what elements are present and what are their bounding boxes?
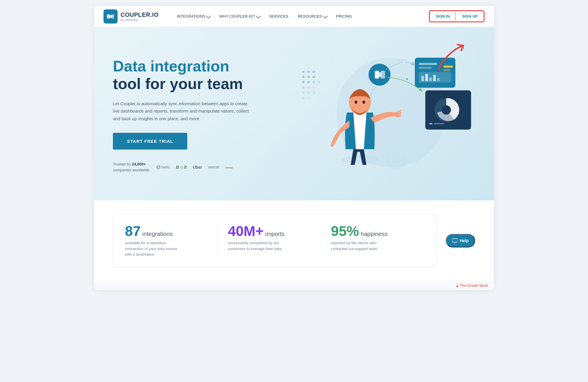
- svg-rect-25: [303, 92, 305, 94]
- stat-desc-integrations: available for a seamless connection of y…: [125, 240, 184, 257]
- svg-rect-17: [313, 76, 315, 78]
- stat-label-happiness: happiness: [359, 231, 388, 237]
- svg-rect-28: [303, 97, 305, 99]
- uber-logo: Uber: [193, 165, 202, 170]
- chevron-down-icon: [323, 14, 328, 19]
- svg-rect-38: [437, 78, 440, 81]
- svg-point-11: [386, 149, 407, 170]
- svg-rect-29: [308, 97, 310, 99]
- help-button[interactable]: Help: [446, 234, 475, 247]
- svg-rect-45: [434, 123, 444, 124]
- nav-why-coupler[interactable]: WHY COUPLER.IO?: [215, 12, 264, 21]
- wework-logo: wework: [208, 165, 219, 169]
- svg-point-6: [158, 167, 158, 168]
- chat-icon: [452, 238, 457, 243]
- nav-links: INTEGRATIONS WHY COUPLER.IO? SERVICES RE…: [173, 12, 429, 21]
- nav-resources[interactable]: RESOURCES: [294, 12, 331, 21]
- stat-desc-happiness: reported by the clients who contacted ou…: [331, 240, 390, 252]
- svg-point-43: [442, 105, 451, 115]
- logo[interactable]: COUPLER.IO by railsware: [103, 9, 158, 24]
- signup-button[interactable]: SIGN UP: [457, 12, 483, 21]
- svg-point-50: [403, 61, 405, 63]
- svg-point-4: [158, 166, 158, 167]
- stat-happiness: 95% happiness reported by the clients wh…: [321, 224, 424, 252]
- svg-rect-24: [313, 86, 315, 88]
- svg-rect-20: [313, 81, 315, 83]
- nav-integrations[interactable]: INTEGRATIONS: [173, 12, 214, 21]
- logo-sub: by railsware: [121, 18, 158, 21]
- svg-point-7: [159, 167, 160, 168]
- svg-rect-36: [429, 78, 432, 81]
- hero-illustration: [287, 45, 475, 186]
- svg-rect-44: [429, 123, 432, 124]
- bolt-logo: Bolt: [176, 165, 187, 170]
- navbar: COUPLER.IO by railsware INTEGRATIONS WHY…: [94, 6, 494, 27]
- svg-point-5: [159, 166, 160, 167]
- svg-rect-18: [303, 81, 305, 83]
- svg-point-52: [342, 156, 378, 164]
- svg-text:AirAsia: AirAsia: [225, 167, 233, 169]
- start-free-trial-button[interactable]: START FREE TRIAL: [113, 133, 187, 150]
- footer-annotation: ▲ The Growth Monk: [94, 281, 494, 290]
- stat-desc-imports: successfully completed by our customers …: [228, 240, 287, 252]
- stat-number-imports: 40M+: [228, 223, 263, 239]
- svg-rect-23: [308, 86, 310, 88]
- growth-monk-label: ▲ The Growth Monk: [456, 284, 488, 288]
- hero-title: Data integration tool for your team: [113, 58, 287, 93]
- stats-section: 87 integrations available for a seamless…: [94, 200, 494, 281]
- svg-point-3: [157, 165, 160, 169]
- company-logos: twilio Bolt Uber wework AirAsia: [156, 163, 233, 171]
- svg-rect-16: [308, 76, 310, 78]
- svg-rect-22: [303, 86, 305, 88]
- airasia-logo: AirAsia: [225, 163, 233, 171]
- svg-rect-27: [313, 92, 315, 94]
- signin-button[interactable]: SIGN IN: [430, 12, 455, 21]
- twilio-logo: twilio: [156, 165, 170, 169]
- stat-integrations: 87 integrations available for a seamless…: [125, 224, 218, 257]
- svg-point-55: [363, 100, 365, 104]
- nav-pricing[interactable]: PRICING: [332, 12, 356, 21]
- svg-rect-2: [109, 15, 112, 18]
- svg-rect-12: [303, 71, 305, 73]
- chevron-down-icon: [256, 14, 261, 19]
- hero-section: Data integration tool for your team Let …: [94, 27, 494, 200]
- stat-number-integrations: 87: [125, 223, 141, 239]
- svg-rect-49: [377, 72, 382, 77]
- svg-rect-13: [308, 71, 310, 73]
- svg-point-51: [406, 78, 408, 80]
- auth-buttons: SIGN IN SIGN UP: [429, 10, 485, 22]
- stat-label-integrations: integrations: [141, 231, 173, 237]
- logo-text: COUPLER.IO by railsware: [121, 11, 158, 21]
- svg-rect-14: [313, 71, 315, 73]
- svg-rect-35: [425, 74, 428, 81]
- trusted-area: Trusted by 24,000+companies worldwide tw…: [113, 161, 287, 173]
- svg-rect-15: [303, 76, 305, 78]
- svg-point-54: [355, 100, 358, 104]
- stats-card: 87 integrations available for a seamless…: [113, 215, 436, 267]
- svg-rect-37: [433, 75, 436, 81]
- hero-description: Let Coupler.io automatically sync inform…: [113, 100, 254, 123]
- hero-content: Data integration tool for your team Let …: [113, 58, 287, 173]
- stat-number-happiness: 95%: [331, 223, 359, 239]
- svg-rect-19: [308, 81, 310, 83]
- stat-imports: 40M+ imports successfully completed by o…: [218, 224, 321, 252]
- logo-brand: COUPLER.IO: [121, 11, 158, 18]
- nav-services[interactable]: SERVICES: [265, 12, 293, 21]
- trusted-text: Trusted by 24,000+companies worldwide: [113, 161, 149, 173]
- chevron-down-icon: [206, 14, 211, 19]
- logo-icon: [103, 9, 118, 24]
- stat-label-imports: imports: [264, 231, 285, 237]
- svg-rect-26: [308, 92, 310, 94]
- svg-rect-34: [422, 76, 424, 81]
- svg-rect-21: [318, 81, 320, 83]
